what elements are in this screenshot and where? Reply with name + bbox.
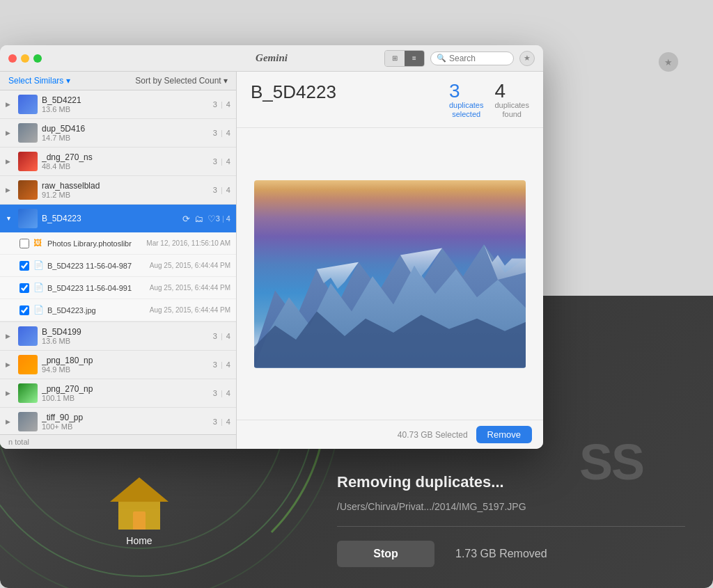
home-roof	[110, 477, 169, 502]
list-footer: n total	[0, 434, 236, 449]
file-count-5: 3 | 4	[213, 332, 230, 340]
file-group-6: ▶ _png_180_np 94.9 MB 3 | 4	[0, 351, 236, 379]
sub-icon-4-0: 🖼	[33, 238, 45, 249]
file-name-1: dup_5D416	[42, 124, 213, 134]
dup-stat-found: 4 duplicatesfound	[494, 81, 529, 119]
favorites-button[interactable]: ★	[519, 51, 535, 66]
file-info-7: _png_270_np 100.1 MB	[42, 384, 213, 402]
file-group-2: ▶ _dng_270_ns 48.4 MB 3 | 4	[0, 148, 236, 176]
file-name-8: _tiff_90_pp	[42, 413, 213, 422]
file-name-7: _png_270_np	[42, 384, 213, 394]
sub-icon-4-3: 📄	[33, 305, 45, 316]
file-group-1: ▶ dup_5D416 14.7 MB 3 | 4	[0, 119, 236, 148]
file-group-7: ▶ _png_270_np 100.1 MB 3 | 4	[0, 379, 236, 408]
file-size-6: 94.9 MB	[42, 365, 213, 374]
action-icon-copy: ⟳	[182, 214, 190, 224]
search-input[interactable]	[449, 54, 505, 63]
sub-checkbox-4-3[interactable]	[19, 305, 29, 315]
view-toggle: ⊞ ≡	[384, 50, 425, 67]
close-button[interactable]	[8, 54, 17, 63]
expand-arrow-1: ▶	[6, 129, 14, 136]
expand-arrow-5: ▶	[6, 333, 14, 340]
home-icon	[111, 477, 167, 530]
file-group-header-0[interactable]: ▶ B_5D4221 13.6 MB 3 | 4	[0, 90, 236, 118]
file-thumb-4	[18, 209, 38, 228]
file-name-2: _dng_270_ns	[42, 152, 213, 162]
file-size-8: 100+ MB	[42, 422, 213, 431]
dup-stats: 3 duplicatesselected 4 duplicatesfound	[449, 81, 529, 119]
dup-label-found: duplicatesfound	[494, 101, 529, 119]
dup-number-selected: 3	[449, 81, 460, 101]
gemini-window: Gemini ⊞ ≡ 🔍 ★ Select Similars ▾ Sort by…	[0, 45, 543, 449]
file-thumb-0	[18, 95, 38, 114]
list-toolbar: Select Similars ▾ Sort by Selected Count…	[0, 72, 236, 90]
expand-arrow-7: ▶	[6, 390, 14, 397]
file-group-header-4[interactable]: ▼ B_5D4223 ⟳ 🗂 ♡ 3 | 4	[0, 205, 236, 232]
file-group-header-8[interactable]: ▶ _tiff_90_pp 100+ MB 3 | 4	[0, 408, 236, 434]
preview-header: B_5D4223 3 duplicatesselected 4 duplicat…	[237, 72, 543, 128]
preview-panel: B_5D4223 3 duplicatesselected 4 duplicat…	[237, 72, 543, 449]
file-count-8: 3 | 4	[213, 418, 230, 426]
sub-item-4-2: 📄 B_5D4223 11-56-04-991 Aug 25, 2015, 6:…	[0, 277, 236, 299]
remove-button[interactable]: Remove	[476, 426, 532, 443]
action-icon-move: 🗂	[194, 214, 203, 224]
sub-date-4-1: Aug 25, 2015, 6:44:44 PM	[150, 262, 230, 269]
home-body	[118, 502, 160, 530]
preview-footer: 40.73 GB Selected Remove	[237, 420, 543, 449]
titlebar: Gemini ⊞ ≡ 🔍 ★	[0, 45, 543, 72]
home-door	[133, 511, 146, 530]
file-count-6: 3 | 4	[213, 360, 230, 369]
action-icon-fav: ♡	[207, 214, 216, 224]
file-thumb-3	[18, 180, 38, 200]
file-group-header-2[interactable]: ▶ _dng_270_ns 48.4 MB 3 | 4	[0, 148, 236, 175]
sub-checkbox-4-2[interactable]	[19, 283, 29, 293]
search-box[interactable]: 🔍	[430, 51, 514, 65]
stop-button[interactable]: Stop	[337, 541, 434, 567]
sub-date-4-3: Aug 25, 2015, 6:44:44 PM	[150, 306, 230, 314]
preview-image	[254, 180, 526, 368]
preview-image-area	[237, 128, 543, 420]
expand-arrow-0: ▶	[6, 101, 14, 108]
sub-icon-4-2: 📄	[33, 283, 45, 294]
file-thumb-5	[18, 326, 38, 346]
minimize-button[interactable]	[21, 54, 29, 63]
file-name-4: B_5D4223	[42, 214, 177, 223]
progress-actions: Stop 1.73 GB Removed	[337, 541, 685, 567]
file-thumb-1	[18, 123, 38, 143]
file-group-header-5[interactable]: ▶ B_5D4199 13.6 MB 3 | 4	[0, 322, 236, 350]
sort-button[interactable]: Sort by Selected Count ▾	[135, 76, 228, 86]
grid-view-button[interactable]: ⊞	[385, 51, 405, 66]
file-group-5: ▶ B_5D4199 13.6 MB 3 | 4	[0, 322, 236, 351]
file-size-1: 14.7 MB	[42, 134, 213, 142]
selected-size: 40.73 GB Selected	[398, 430, 468, 440]
dup-stat-selected: 3 duplicatesselected	[449, 81, 484, 119]
search-icon: 🔍	[437, 54, 446, 63]
file-thumb-2	[18, 152, 38, 171]
file-group-4: ▼ B_5D4223 ⟳ 🗂 ♡ 3 | 4	[0, 205, 236, 322]
gb-removed: 1.73 GB Removed	[455, 548, 547, 560]
list-view-button[interactable]: ≡	[405, 51, 424, 66]
file-count-2: 3 | 4	[213, 157, 230, 166]
file-name-0: B_5D4221	[42, 95, 213, 105]
file-group-header-7[interactable]: ▶ _png_270_np 100.1 MB 3 | 4	[0, 379, 236, 407]
file-group-header-1[interactable]: ▶ dup_5D416 14.7 MB 3 | 4	[0, 119, 236, 147]
sub-checkbox-4-0[interactable]	[19, 239, 29, 248]
expand-arrow-2: ▶	[6, 158, 14, 165]
expand-arrow-3: ▶	[6, 186, 14, 193]
file-thumb-7	[18, 383, 38, 403]
dup-label-selected: duplicatesselected	[449, 101, 484, 119]
file-group-header-3[interactable]: ▶ raw_hasselblad 91.2 MB 3 | 4	[0, 176, 236, 204]
select-similars-button[interactable]: Select Similars ▾	[8, 76, 70, 86]
file-thumb-6	[18, 355, 38, 374]
maximize-button[interactable]	[33, 54, 42, 63]
file-size-5: 13.6 MB	[42, 337, 213, 345]
fav-star-button[interactable]: ★	[659, 52, 678, 72]
progress-divider	[337, 526, 685, 527]
app-title: Gemini	[256, 52, 288, 64]
sub-item-4-0: 🖼 Photos Library.photoslibr Mar 12, 2016…	[0, 232, 236, 255]
sub-checkbox-4-1[interactable]	[19, 261, 29, 271]
expand-arrow-8: ▶	[6, 418, 14, 425]
file-group-header-6[interactable]: ▶ _png_180_np 94.9 MB 3 | 4	[0, 351, 236, 379]
file-info-1: dup_5D416 14.7 MB	[42, 124, 213, 142]
sub-item-4-3: 📄 B_5D4223.jpg Aug 25, 2015, 6:44:44 PM	[0, 299, 236, 321]
